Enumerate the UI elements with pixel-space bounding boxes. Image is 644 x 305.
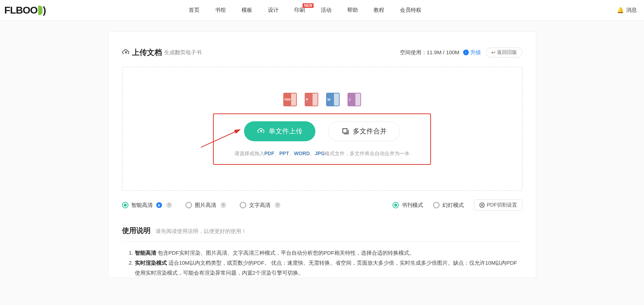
svg-point-2 [481, 204, 483, 206]
radio-circle-icon [122, 202, 128, 208]
logo-text-2: ( [43, 5, 46, 16]
quality-image-radio[interactable]: 图片高清 ? [186, 202, 226, 209]
nav-home[interactable]: 首页 [189, 7, 199, 14]
svg-line-0 [201, 129, 240, 147]
page-subtitle: 生成翻页电子书 [164, 49, 202, 56]
upgrade-link[interactable]: ↑ 升级 [463, 49, 481, 56]
return-icon: ↩ [491, 50, 496, 55]
help-icon[interactable]: ? [220, 202, 226, 208]
list-item: 智能高清 包含PDF实时渲染、图片高清、文字高清三种模式，平台自动分析您的PDF… [135, 248, 522, 258]
quality-radio-group: 智能高清 ♛ ? 图片高清 ? 文字高清 ? [122, 202, 280, 209]
multi-merge-button[interactable]: 多文件合并 [328, 121, 400, 141]
messages-link[interactable]: 🔔 消息 [617, 7, 637, 14]
list-item: 实时渲染模式 适合10M以内文档类型，或页数少的PDF。 优点：速度快、无需转换… [135, 258, 522, 278]
nav-activity[interactable]: 活动 [321, 7, 331, 14]
radio-circle-icon [186, 202, 192, 208]
mode-slide-radio[interactable]: 幻灯模式 [433, 202, 464, 209]
page-title: 上传文档 [132, 47, 162, 57]
top-header: FLBOO ( 首页 书馆 模板 设计 印刷NEW 活动 帮助 教程 会员特权 … [0, 0, 644, 21]
nav-design[interactable]: 设计 [268, 7, 279, 14]
gear-icon [479, 202, 485, 208]
word-file-icon: W [326, 93, 340, 106]
nav-templates[interactable]: 模板 [242, 7, 252, 14]
instructions-subtitle: 请先阅读使用说明，以便更好的使用！ [156, 228, 247, 234]
jpg-file-icon: J [348, 93, 361, 106]
logo[interactable]: FLBOO ( [4, 5, 46, 16]
logo-text-1: FLBOO [4, 5, 37, 16]
quality-text-radio[interactable]: 文字高清 ? [240, 202, 280, 209]
ppt-file-icon: P [305, 93, 318, 106]
instructions-title: 使用说明 [122, 226, 151, 235]
quality-smart-radio[interactable]: 智能高清 ♛ ? [122, 202, 172, 209]
pdf-cut-settings-button[interactable]: PDF切割设置 [474, 199, 522, 211]
help-icon[interactable]: ? [166, 202, 172, 208]
radio-circle-icon [392, 202, 399, 208]
nav-tutorial[interactable]: 教程 [374, 7, 384, 14]
pdf-file-icon: PDF [283, 93, 297, 106]
messages-label: 消息 [626, 7, 637, 14]
annotation-highlight-box: 单文件上传 多文件合并 请选择或拖入PDF、PPT、WORD、JPG格式文件，多… [213, 113, 431, 165]
upload-hint: 请选择或拖入PDF、PPT、WORD、JPG格式文件，多文件将会自动合并为一本 [234, 151, 410, 157]
mode-radio-group: 书刊模式 幻灯模式 PDF切割设置 [392, 199, 522, 211]
nav-library[interactable]: 书馆 [215, 7, 226, 14]
instructions-list: 智能高清 包含PDF实时渲染、图片高清、文字高清三种模式，平台自动分析您的PDF… [122, 248, 522, 278]
storage-usage: 空间使用：11.9M / 100M [400, 49, 460, 56]
nav-print[interactable]: 印刷NEW [294, 7, 305, 14]
upload-dropzone[interactable]: PDF P W J 单文件上传 多文件合并 请选择或拖入PDF、PPT、WORD… [122, 67, 522, 191]
title-row: 上传文档 生成翻页电子书 空间使用：11.9M / 100M ↑ 升级 ↩ 返回… [108, 47, 536, 57]
logo-accent-icon [38, 6, 42, 15]
main-nav: 首页 书馆 模板 设计 印刷NEW 活动 帮助 教程 会员特权 [189, 7, 421, 14]
cloud-upload-icon [122, 49, 130, 56]
nav-vip[interactable]: 会员特权 [400, 7, 421, 14]
options-row: 智能高清 ♛ ? 图片高清 ? 文字高清 ? 书刊模式 幻灯模式 [108, 191, 536, 214]
help-icon[interactable]: ? [275, 202, 280, 208]
upload-buttons-row: 单文件上传 多文件合并 [244, 121, 400, 141]
radio-circle-icon [240, 202, 246, 208]
main-panel: 上传文档 生成翻页电子书 空间使用：11.9M / 100M ↑ 升级 ↩ 返回… [108, 31, 536, 278]
file-type-icons: PDF P W J [283, 93, 361, 106]
upgrade-arrow-icon: ↑ [463, 50, 469, 55]
return-old-button[interactable]: ↩ 返回旧版 [486, 47, 522, 57]
bell-icon: 🔔 [617, 7, 624, 14]
annotation-arrow-icon [201, 128, 244, 149]
divider [122, 241, 522, 242]
radio-circle-icon [433, 202, 440, 208]
crown-icon: ♛ [156, 202, 162, 208]
new-badge: NEW [303, 3, 314, 8]
instructions-section: 使用说明 请先阅读使用说明，以便更好的使用！ 智能高清 包含PDF实时渲染、图片… [108, 214, 536, 278]
mode-book-radio[interactable]: 书刊模式 [392, 202, 423, 209]
single-upload-button[interactable]: 单文件上传 [244, 121, 315, 141]
nav-help[interactable]: 帮助 [347, 7, 358, 14]
stack-icon [341, 127, 349, 135]
svg-rect-1 [343, 129, 347, 133]
cloud-upload-icon [257, 127, 265, 135]
